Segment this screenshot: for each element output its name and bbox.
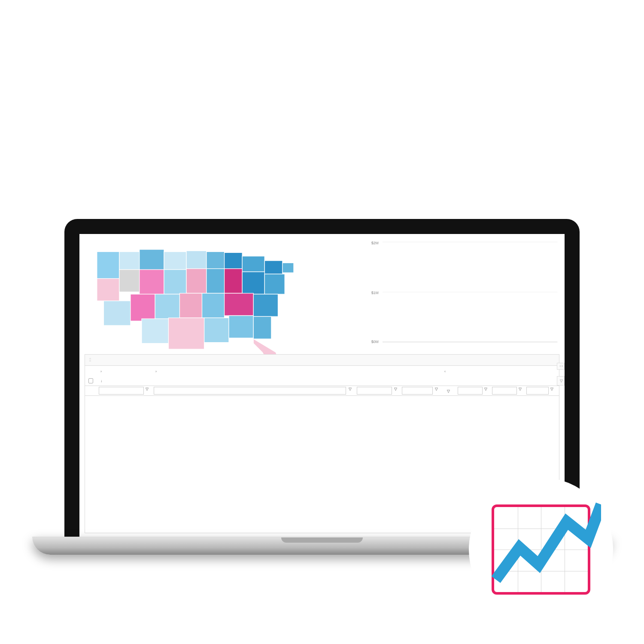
col-sales[interactable] bbox=[456, 379, 490, 383]
dashboard: $2M $1M $0M ⦙⦙ bbox=[79, 234, 565, 537]
trend-line-icon bbox=[489, 496, 601, 599]
funnel-icon[interactable]: ▽ bbox=[550, 387, 554, 395]
map-icon bbox=[88, 238, 303, 368]
funnel-icon[interactable]: ▽ bbox=[445, 389, 451, 393]
column-group-header: › › ‹ bbox=[85, 366, 559, 376]
column-header: ↓ bbox=[85, 376, 559, 386]
svg-text:$0M: $0M bbox=[371, 340, 378, 344]
col-order-id[interactable]: ↓ bbox=[97, 377, 152, 385]
filter-profit[interactable] bbox=[526, 387, 549, 395]
svg-rect-6 bbox=[225, 252, 243, 268]
col-quantity[interactable] bbox=[490, 379, 525, 383]
svg-rect-12 bbox=[140, 270, 164, 294]
filter-order-id[interactable] bbox=[99, 387, 144, 395]
us-map-viz[interactable] bbox=[79, 234, 303, 354]
side-tab-columns[interactable]: ⦙⦙ bbox=[557, 363, 565, 370]
col-product-name[interactable] bbox=[152, 379, 355, 383]
filter-row: ▽ ▽ ▽ ▽ ▽ ▽ ▽ ▽ bbox=[85, 386, 559, 396]
filter-qty[interactable] bbox=[492, 387, 517, 395]
svg-rect-11 bbox=[119, 270, 140, 292]
filter-segment[interactable] bbox=[402, 387, 433, 395]
svg-rect-19 bbox=[103, 301, 130, 325]
chevron-icon[interactable]: › bbox=[100, 369, 102, 374]
svg-rect-27 bbox=[168, 318, 204, 349]
funnel-icon[interactable]: ▽ bbox=[347, 387, 353, 395]
filter-state[interactable] bbox=[357, 387, 392, 395]
chevron-icon[interactable]: › bbox=[155, 369, 157, 374]
svg-rect-20 bbox=[131, 294, 155, 321]
svg-rect-25 bbox=[253, 294, 278, 316]
col-state[interactable] bbox=[355, 379, 400, 383]
chevron-icon[interactable]: ‹ bbox=[444, 369, 446, 374]
category-legend bbox=[303, 234, 366, 354]
side-tab-filters[interactable]: ▽ bbox=[557, 376, 565, 386]
filter-sales[interactable] bbox=[458, 387, 483, 395]
funnel-icon[interactable]: ▽ bbox=[518, 387, 522, 395]
svg-rect-7 bbox=[242, 256, 264, 272]
monthly-bar-chart[interactable]: $2M $1M $0M bbox=[366, 234, 565, 354]
svg-rect-13 bbox=[164, 270, 186, 294]
svg-text:$2M: $2M bbox=[371, 241, 378, 245]
svg-rect-5 bbox=[207, 252, 225, 269]
svg-rect-14 bbox=[186, 269, 207, 293]
svg-rect-28 bbox=[204, 318, 229, 342]
svg-rect-29 bbox=[229, 316, 253, 338]
row-group-dropzone[interactable]: ⦙⦙ bbox=[85, 354, 559, 366]
svg-rect-22 bbox=[179, 293, 202, 318]
svg-rect-21 bbox=[155, 294, 179, 319]
filter-product[interactable] bbox=[154, 387, 346, 395]
svg-text:$1M: $1M bbox=[371, 291, 378, 295]
svg-rect-8 bbox=[264, 261, 283, 274]
funnel-icon[interactable]: ▽ bbox=[434, 387, 439, 395]
svg-rect-18 bbox=[264, 274, 285, 294]
svg-rect-24 bbox=[225, 293, 254, 316]
svg-rect-0 bbox=[97, 252, 119, 278]
select-all-checkbox[interactable] bbox=[88, 378, 93, 383]
svg-rect-1 bbox=[119, 252, 140, 270]
svg-rect-2 bbox=[140, 249, 164, 270]
svg-rect-16 bbox=[225, 269, 243, 293]
svg-rect-15 bbox=[207, 269, 225, 293]
funnel-icon[interactable]: ▽ bbox=[393, 387, 398, 395]
svg-rect-23 bbox=[202, 293, 225, 318]
funnel-icon[interactable]: ▽ bbox=[483, 387, 488, 395]
svg-rect-17 bbox=[242, 272, 264, 294]
svg-rect-10 bbox=[97, 279, 119, 301]
svg-rect-30 bbox=[253, 316, 271, 339]
funnel-icon[interactable]: ▽ bbox=[145, 387, 150, 395]
svg-rect-3 bbox=[164, 252, 186, 270]
svg-rect-4 bbox=[186, 251, 207, 269]
col-profit[interactable] bbox=[525, 379, 559, 383]
svg-rect-9 bbox=[283, 263, 294, 273]
svg-rect-26 bbox=[142, 319, 168, 343]
product-badge bbox=[472, 481, 610, 618]
col-segment[interactable] bbox=[400, 379, 441, 383]
